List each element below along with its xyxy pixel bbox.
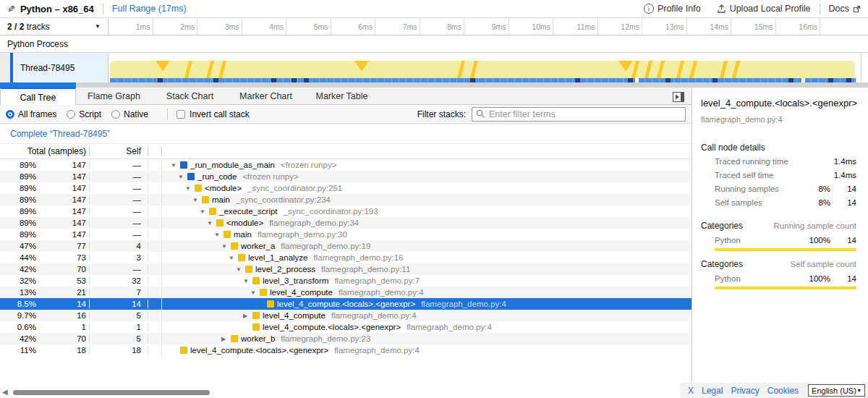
timeline-overview-thumb[interactable]	[0, 82, 76, 88]
tab-stack-chart[interactable]: Stack Chart	[152, 88, 228, 105]
table-row[interactable]: 89%147—▼mainflamegraph_demo.py:30	[0, 229, 692, 240]
full-range-button[interactable]: Full Range (17ms)	[112, 4, 187, 14]
row-total-percent: 89%	[0, 195, 36, 204]
radio-native[interactable]: Native	[111, 109, 148, 119]
expander-icon[interactable]: ▶	[243, 313, 252, 319]
tab-flame-graph[interactable]: Flame Graph	[76, 88, 152, 105]
row-total-percent: 42%	[0, 334, 36, 343]
category-header-label: Categories	[701, 221, 774, 231]
sidebar-detail-row: Running samples8%14	[692, 182, 868, 195]
expander-icon[interactable]: ▼	[185, 185, 195, 192]
category-color-icon	[252, 312, 260, 319]
expander-icon[interactable]: ▼	[178, 174, 187, 180]
thread-track-label[interactable]: Thread-78495	[13, 53, 109, 82]
table-row[interactable]: 44%733▼level_1_analyzeflamegraph_demo.py…	[0, 252, 692, 263]
detail-value: 1.4ms	[830, 171, 856, 179]
table-row[interactable]: 89%147—▼main_sync_coordinator.py:234	[0, 194, 692, 206]
docs-link[interactable]: Docs	[829, 4, 861, 14]
tracks-dropdown[interactable]: 2 / 2 tracks ▼	[0, 18, 109, 35]
column-header-total[interactable]: Total (samples)	[0, 146, 90, 156]
sidebar-node-title: level_4_compute.<locals>.<genexpr>	[701, 98, 863, 109]
category-color-icon	[202, 196, 209, 203]
tab-marker-chart[interactable]: Marker Chart	[228, 88, 304, 105]
row-tree-cell: ▶worker_bflamegraph_demo.py:23	[162, 334, 692, 343]
expander-icon[interactable]: ▼	[171, 162, 180, 169]
detail-value: 14	[830, 198, 856, 207]
function-file: _sync_coordinator.py:193	[284, 207, 378, 216]
invert-call-stack-checkbox[interactable]	[176, 110, 185, 119]
upload-profile-button[interactable]: Upload Local Profile	[717, 4, 811, 14]
expander-icon[interactable]: ▼	[192, 197, 202, 203]
row-total-samples: 16	[36, 311, 90, 320]
expander-icon[interactable]: ▼	[221, 243, 231, 250]
table-row[interactable]: 89%147—▼<module>_sync_coordinator.py:251	[0, 182, 692, 194]
footer-link-x[interactable]: X	[688, 386, 694, 396]
function-name: level_2_process	[255, 265, 315, 274]
row-total-samples: 147	[36, 161, 90, 169]
horizontal-scrollbar-thumb[interactable]	[13, 390, 210, 395]
divider	[103, 4, 103, 14]
table-row[interactable]: 13%217▼level_4_computeflamegraph_demo.py…	[0, 287, 692, 298]
row-self-samples: 18	[90, 346, 148, 355]
edit-profile-name-icon[interactable]: ✎	[7, 4, 15, 14]
expander-icon[interactable]: ▼	[200, 208, 209, 215]
footer-link-cookies[interactable]: Cookies	[767, 386, 799, 396]
thread-activity-graph[interactable]	[110, 61, 855, 78]
table-row[interactable]: 89%147—▼_execute_script_sync_coordinator…	[0, 206, 692, 217]
table-row[interactable]: 0.6%11level_4_compute.<locals>.<genexpr>…	[0, 321, 692, 333]
table-row[interactable]: 89%147—▼<module>flamegraph_demo.py:34	[0, 217, 692, 229]
breadcrumb-complete-thread[interactable]: Complete “Thread-78495”	[10, 129, 110, 139]
filter-stacks-input[interactable]: Enter filter terms	[472, 107, 686, 122]
function-name: <module>	[205, 184, 242, 192]
profile-info-button[interactable]: i Profile Info	[644, 4, 701, 14]
category-color-icon	[260, 289, 267, 296]
table-row[interactable]: 8.5%1414level_4_compute.<locals>.<genexp…	[0, 298, 692, 310]
row-gutter	[148, 321, 162, 333]
table-row[interactable]: 47%774▼worker_aflamegraph_demo.py:19	[0, 240, 692, 252]
radio-icon	[111, 110, 120, 119]
table-row[interactable]: 89%147—▼_run_code<frozen runpy>	[0, 171, 692, 182]
expander-icon[interactable]: ▼	[236, 266, 245, 273]
scroll-left-arrow[interactable]: ◀	[2, 388, 8, 396]
table-row[interactable]: 42%70—▼level_2_processflamegraph_demo.py…	[0, 263, 692, 275]
function-file: flamegraph_demo.py:23	[281, 334, 370, 343]
footer-link-privacy[interactable]: Privacy	[731, 386, 759, 396]
timeline-overview-scrollbar[interactable]	[0, 82, 868, 88]
expander-icon[interactable]: ▼	[243, 278, 252, 284]
activity-spike	[732, 61, 740, 78]
row-tree-cell: ▼_run_module_as_main<frozen runpy>	[162, 161, 692, 169]
footer-link-legal[interactable]: Legal	[702, 386, 723, 396]
radio-all-frames[interactable]: All frames	[6, 109, 56, 119]
row-gutter	[148, 333, 162, 344]
expander-icon[interactable]: ▼	[229, 255, 238, 261]
activity-spike	[457, 61, 465, 78]
column-header-self[interactable]: Self	[90, 146, 148, 156]
tab-marker-table[interactable]: Marker Table	[304, 88, 380, 105]
row-gutter	[148, 263, 162, 275]
divider	[861, 53, 861, 82]
row-self-samples: 1	[90, 323, 148, 331]
sidebar-toggle-button[interactable]	[672, 91, 685, 102]
ruler-tick: 9ms	[464, 18, 509, 35]
expander-icon[interactable]: ▼	[250, 289, 260, 296]
row-gutter	[148, 229, 162, 240]
expander-icon[interactable]: ▼	[214, 232, 224, 238]
function-name: _execute_script	[219, 207, 278, 216]
expander-icon[interactable]: ▼	[207, 220, 216, 226]
category-color-icon	[231, 335, 238, 342]
function-name: <module>	[226, 219, 263, 227]
tracks-count: 2 / 2 tracks	[7, 22, 50, 32]
process-track-header[interactable]: Python Process	[0, 35, 868, 53]
expander-icon[interactable]: ▶	[221, 336, 231, 342]
table-row[interactable]: 89%147—▼_run_module_as_main<frozen runpy…	[0, 159, 692, 171]
table-row[interactable]: 11%1818level_4_compute.<locals>.<genexpr…	[0, 344, 692, 356]
table-row[interactable]: 32%5332▼level_3_transformflamegraph_demo…	[0, 275, 692, 287]
row-self-samples: 14	[90, 300, 148, 308]
tab-call-tree[interactable]: Call Tree	[0, 88, 76, 106]
language-select[interactable]: English (US) ▼	[808, 384, 865, 397]
table-row[interactable]: 9.7%165▶level_4_computeflamegraph_demo.p…	[0, 310, 692, 321]
ruler-tick: 3ms	[197, 18, 242, 35]
sidebar-details: Traced running time1.4msTraced self time…	[692, 154, 868, 209]
radio-script[interactable]: Script	[67, 109, 101, 119]
table-row[interactable]: 42%705▶worker_bflamegraph_demo.py:23	[0, 333, 692, 344]
